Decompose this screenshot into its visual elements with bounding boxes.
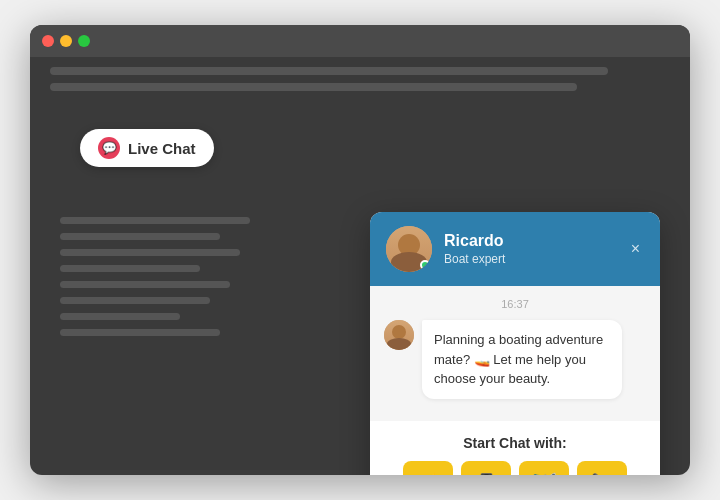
window-content: 💬 Live Chat Ricardo B (30, 57, 690, 475)
minimize-dot[interactable] (60, 35, 72, 47)
chat-header: Ricardo Boat expert × (370, 212, 660, 286)
start-chat-label: Start Chat with: (386, 435, 644, 451)
telegram-button[interactable]: ✈️ (519, 461, 569, 476)
titlebar (30, 25, 690, 57)
whatsapp-button[interactable]: 📱 (461, 461, 511, 476)
chat-widget: Ricardo Boat expert × 16:37 Planning a b… (370, 212, 660, 475)
message-timestamp: 16:37 (384, 298, 646, 310)
message-avatar (384, 320, 414, 350)
messenger-icon: ⚡ (416, 472, 441, 476)
maximize-dot[interactable] (78, 35, 90, 47)
chat-body: 16:37 Planning a boating adventure mate?… (370, 286, 660, 421)
chat-footer: Start Chat with: ⚡ 📱 ✈️ 📞 (370, 421, 660, 476)
chat-channels: ⚡ 📱 ✈️ 📞 (386, 461, 644, 476)
live-chat-icon: 💬 (98, 137, 120, 159)
left-content-lines (60, 217, 260, 345)
telegram-icon: ✈️ (532, 472, 557, 476)
close-button[interactable]: × (627, 237, 644, 261)
bg-placeholder-lines (50, 67, 670, 99)
viber-icon: 📞 (590, 472, 615, 476)
whatsapp-icon: 📱 (474, 472, 499, 476)
live-chat-label: Live Chat (128, 140, 196, 157)
close-dot[interactable] (42, 35, 54, 47)
message-row: Planning a boating adventure mate? 🚤 Let… (384, 320, 646, 399)
chat-bubble: Planning a boating adventure mate? 🚤 Let… (422, 320, 622, 399)
browser-window: 💬 Live Chat Ricardo B (30, 25, 690, 475)
messenger-button[interactable]: ⚡ (403, 461, 453, 476)
agent-name: Ricardo (444, 232, 615, 250)
live-chat-button[interactable]: 💬 Live Chat (80, 129, 214, 167)
viber-button[interactable]: 📞 (577, 461, 627, 476)
online-indicator (420, 260, 430, 270)
agent-role: Boat expert (444, 252, 615, 266)
agent-info: Ricardo Boat expert (444, 232, 615, 266)
agent-avatar (386, 226, 432, 272)
